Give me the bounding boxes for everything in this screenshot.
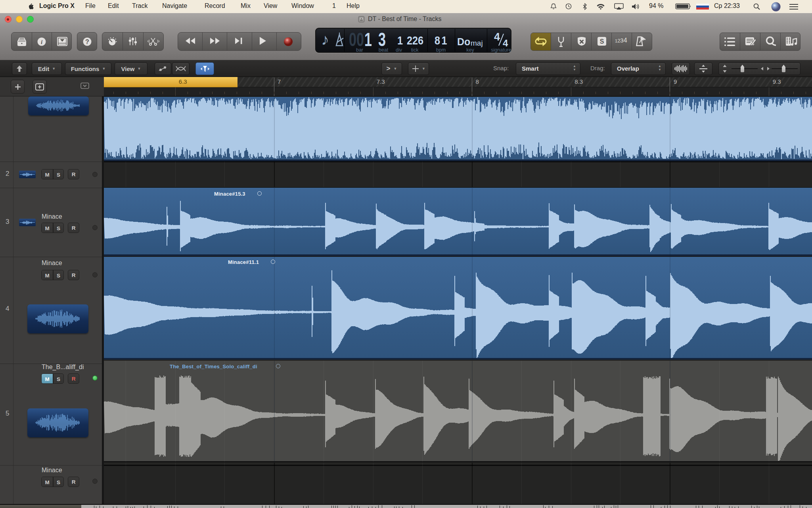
svg-text:♪: ♪ bbox=[321, 31, 329, 48]
svg-text:S: S bbox=[600, 38, 604, 45]
svg-text:?: ? bbox=[85, 38, 89, 45]
